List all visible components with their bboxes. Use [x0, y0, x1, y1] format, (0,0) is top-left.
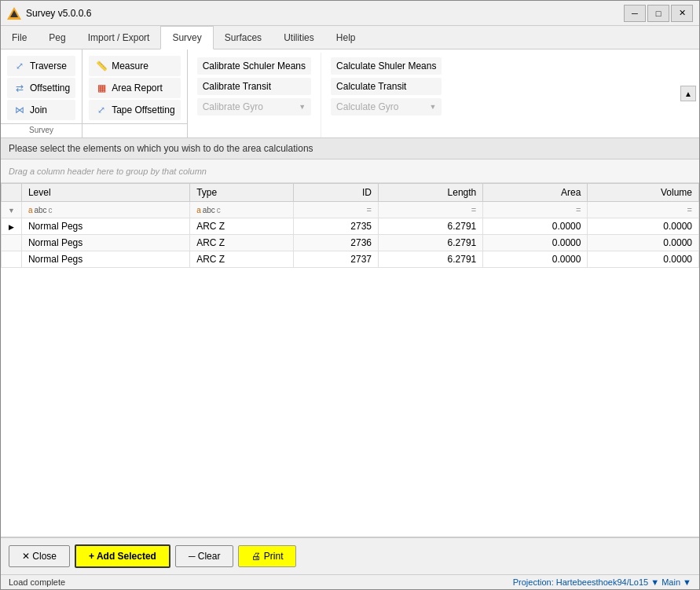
group-by-bar: Drag a column header here to group by th…	[1, 159, 699, 183]
menu-peg[interactable]: Peg	[38, 26, 76, 49]
filter-type-c: c	[217, 206, 221, 214]
calibrate-transit-button[interactable]: Calibrate Transit	[197, 78, 311, 95]
filter-id-text: =	[367, 205, 372, 214]
calculate-transit-button[interactable]: Calculate Transit	[331, 78, 442, 95]
filter-volume-text: =	[687, 205, 692, 214]
survey-panel-buttons: ⤢ Traverse ⇄ Offsetting ⋈ Join	[1, 53, 82, 123]
toolbar-panel-measure: 📏 Measure ▦ Area Report ⤢ Tape Offsettin…	[82, 49, 188, 137]
survey-panel-label: Survey	[1, 123, 82, 137]
filter-expand-icon: ▼	[8, 207, 15, 214]
filter-volume-cell[interactable]: =	[588, 202, 699, 218]
filter-level-c: c	[49, 206, 53, 214]
titlebar-left: Survey v5.0.0.6	[7, 7, 91, 20]
tape-offsetting-button[interactable]: ⤢ Tape Offsetting	[89, 100, 181, 120]
area-report-button[interactable]: ▦ Area Report	[89, 78, 181, 98]
menu-help[interactable]: Help	[325, 26, 367, 49]
chevron-down-icon2: ▼	[430, 103, 437, 111]
row1-level: Normal Pegs	[21, 218, 189, 235]
measure-panel-buttons: 📏 Measure ▦ Area Report ⤢ Tape Offsettin…	[82, 53, 187, 123]
join-button[interactable]: ⋈ Join	[7, 100, 75, 120]
measure-panel-label	[82, 123, 187, 137]
column-header-level[interactable]: Level	[21, 184, 189, 202]
measure-icon: 📏	[94, 59, 108, 73]
chevron-down-icon: ▼	[299, 103, 306, 111]
area-report-icon: ▦	[94, 81, 108, 95]
grid-body: ▶ Normal Pegs ARC Z 2735 6.2791 0.0000 0…	[2, 218, 699, 268]
close-button[interactable]: ✕ Close	[9, 545, 70, 567]
row1-area: 0.0000	[483, 218, 588, 235]
table-row[interactable]: Normal Pegs ARC Z 2736 6.2791 0.0000 0.0…	[2, 235, 699, 251]
offsetting-button[interactable]: ⇄ Offsetting	[7, 78, 75, 98]
row1-expand[interactable]: ▶	[2, 218, 22, 235]
menubar: File Peg Import / Export Survey Surfaces…	[1, 26, 699, 49]
grid-header-row: Level Type ID Length Area Volume	[2, 184, 699, 202]
row1-id: 2735	[293, 218, 378, 235]
window-title: Survey v5.0.0.6	[26, 8, 91, 19]
menu-surfaces[interactable]: Surfaces	[214, 26, 273, 49]
filter-expand-cell: ▼	[2, 202, 22, 218]
clear-button[interactable]: ─ Clear	[175, 545, 234, 567]
calculate-schuler-button[interactable]: Calculate Shuler Means	[331, 57, 442, 75]
traverse-button[interactable]: ⤢ Traverse	[7, 56, 75, 76]
row3-area: 0.0000	[483, 251, 588, 268]
menu-utilities[interactable]: Utilities	[273, 26, 325, 49]
toolbar-collapse-button[interactable]: ▲	[680, 86, 696, 101]
table-row[interactable]: ▶ Normal Pegs ARC Z 2735 6.2791 0.0000 0…	[2, 218, 699, 235]
table-row[interactable]: Normal Pegs ARC Z 2737 6.2791 0.0000 0.0…	[2, 251, 699, 268]
row3-level: Normal Pegs	[21, 251, 189, 268]
window-close-button[interactable]: ✕	[671, 5, 693, 22]
row2-area: 0.0000	[483, 235, 588, 251]
filter-level-text: abc	[34, 206, 46, 214]
join-icon: ⋈	[13, 103, 27, 117]
row3-id: 2737	[293, 251, 378, 268]
row2-id: 2736	[293, 235, 378, 251]
grid-table: Level Type ID Length Area Volume ▼	[1, 183, 699, 268]
filter-type-cell[interactable]: a abc c	[190, 202, 293, 218]
statusbar-left: Load complete	[9, 577, 65, 587]
row1-expand-icon: ▶	[9, 223, 14, 231]
filter-area-text: =	[576, 205, 581, 214]
row3-length: 6.2791	[379, 251, 483, 268]
filter-level-icon: a	[28, 206, 33, 214]
filter-length-cell[interactable]: =	[379, 202, 483, 218]
statusbar-right[interactable]: Projection: Hartebeesthoek94/Lo15 ▼ Main…	[513, 577, 691, 587]
calibrate-gyro-button[interactable]: Calibrate Gyro ▼	[197, 98, 311, 115]
expand-header	[2, 184, 22, 202]
column-header-area[interactable]: Area	[483, 184, 588, 202]
menu-survey[interactable]: Survey	[160, 26, 213, 49]
offsetting-icon: ⇄	[13, 81, 27, 95]
menu-import-export[interactable]: Import / Export	[77, 26, 161, 49]
minimize-button[interactable]: ─	[624, 5, 646, 22]
filter-area-cell[interactable]: =	[483, 202, 588, 218]
maximize-button[interactable]: □	[647, 5, 669, 22]
row3-volume: 0.0000	[588, 251, 699, 268]
toolbar-panel-survey: ⤢ Traverse ⇄ Offsetting ⋈ Join Survey	[1, 49, 82, 137]
data-grid[interactable]: Level Type ID Length Area Volume ▼	[1, 183, 699, 537]
row3-expand	[2, 251, 22, 268]
row1-type: ARC Z	[190, 218, 293, 235]
filter-id-cell[interactable]: =	[293, 202, 378, 218]
menu-file[interactable]: File	[1, 26, 38, 49]
filter-level-cell[interactable]: a abc c	[21, 202, 189, 218]
calibrate-schuler-button[interactable]: Calibrate Schuler Means	[197, 57, 311, 75]
calculate-gyro-button[interactable]: Calculate Gyro ▼	[331, 98, 442, 115]
measure-button[interactable]: 📏 Measure	[89, 56, 181, 76]
filter-type-icon: a	[196, 206, 201, 214]
column-header-id[interactable]: ID	[293, 184, 378, 202]
column-header-volume[interactable]: Volume	[588, 184, 699, 202]
bottom-bar: ✕ Close + Add Selected ─ Clear 🖨 Print	[1, 537, 699, 574]
grid-filter-row: ▼ a abc c a abc	[2, 202, 699, 218]
column-header-type[interactable]: Type	[190, 184, 293, 202]
group-by-hint: Drag a column header here to group by th…	[9, 167, 207, 176]
filter-length-text: =	[471, 205, 476, 214]
instruction-text: Please select the elements on which you …	[9, 143, 313, 154]
traverse-icon: ⤢	[13, 59, 27, 73]
toolbar-panel-calibrate: Calibrate Schuler Means Calibrate Transi…	[188, 49, 452, 137]
row1-length: 6.2791	[379, 218, 483, 235]
add-selected-button[interactable]: + Add Selected	[75, 544, 170, 568]
calculate-col: Calculate Shuler Means Calculate Transit…	[321, 53, 451, 137]
print-button[interactable]: 🖨 Print	[238, 545, 296, 567]
row2-expand	[2, 235, 22, 251]
row2-type: ARC Z	[190, 235, 293, 251]
column-header-length[interactable]: Length	[379, 184, 483, 202]
